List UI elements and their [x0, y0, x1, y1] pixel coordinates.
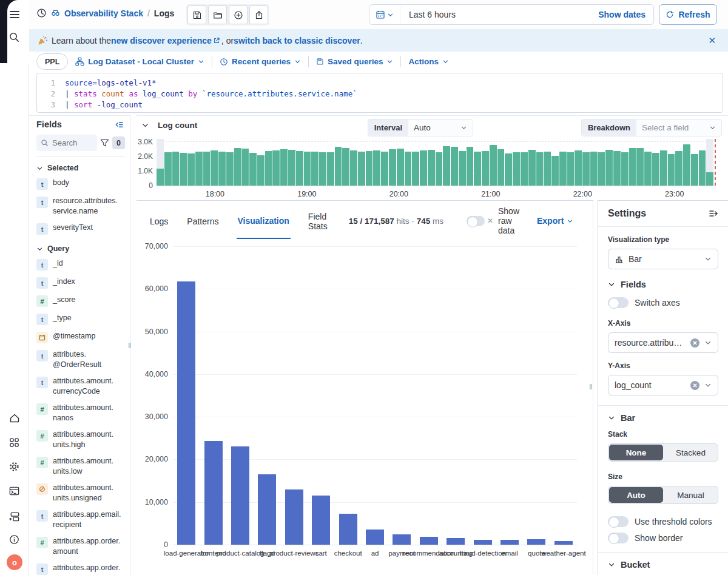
histogram-bucket: [335, 139, 342, 186]
tab-patterns[interactable]: Patterns: [186, 203, 220, 238]
dataset-selector[interactable]: Log Dataset - Local Cluster: [75, 57, 204, 66]
time-range-picker[interactable]: Last 6 hours Show dates: [369, 4, 654, 25]
histogram-x-tick: 20:00: [389, 190, 408, 198]
chart-y-tick: 60,000: [145, 284, 168, 293]
query-language-button[interactable]: PPL: [36, 53, 68, 70]
use-threshold-colors-toggle[interactable]: [608, 516, 629, 527]
histogram-chart[interactable]: 01.0K2.0K3.0K18:0019:0020:0021:0022:0023…: [157, 139, 713, 186]
field-name: attributes.amount.units.high: [53, 429, 125, 450]
collapse-histogram-icon[interactable]: [141, 121, 149, 129]
bar-accordion[interactable]: Bar: [608, 413, 718, 423]
visualization-bar-chart[interactable]: 010,00020,00030,00040,00050,00060,00070,…: [136, 241, 593, 575]
export-menu[interactable]: Export: [537, 216, 573, 226]
breakdown-select[interactable]: Select a field: [636, 119, 721, 136]
settings-resize-handle[interactable]: ‖: [589, 382, 592, 391]
interval-select[interactable]: Auto: [408, 119, 473, 136]
meta-separator: ·: [411, 217, 414, 226]
divider: [212, 56, 212, 67]
viz-type-select[interactable]: Bar: [608, 249, 718, 269]
histogram-bar: [226, 152, 234, 186]
menu-icon[interactable]: [8, 8, 21, 21]
info-icon[interactable]: [8, 534, 21, 546]
field-item[interactable]: #_score: [36, 292, 125, 310]
refresh-button[interactable]: Refresh: [659, 4, 717, 25]
open-folder-button[interactable]: [208, 5, 227, 24]
search-nav-icon[interactable]: [8, 32, 21, 44]
histogram-bar: [366, 151, 373, 186]
tab-visualization[interactable]: Visualization: [237, 203, 291, 239]
stack-stacked-option[interactable]: Stacked: [664, 444, 718, 461]
filter-count-badge[interactable]: 0: [112, 136, 125, 149]
hits-word: hits: [397, 217, 410, 226]
field-item[interactable]: #attributes.amount.units.high: [36, 426, 125, 453]
field-item[interactable]: #attributes.amount.nanos: [36, 400, 125, 426]
filter-funnel-icon[interactable]: [100, 138, 109, 147]
show-dates-link[interactable]: Show dates: [598, 10, 653, 19]
clear-y-axis-icon[interactable]: ✕: [690, 381, 699, 390]
party-popper-icon: [38, 35, 48, 45]
field-item[interactable]: tresource.attributes.service.name: [36, 193, 125, 220]
field-item[interactable]: tseverityText: [36, 220, 125, 238]
add-data-icon[interactable]: [8, 511, 21, 523]
field-item[interactable]: tattributes.app.order.id: [36, 560, 125, 575]
home-icon[interactable]: [8, 412, 21, 425]
saved-queries-button[interactable]: Saved queries: [316, 57, 394, 66]
field-section-query[interactable]: Query: [36, 244, 125, 253]
query-bar: PPL Log Dataset - Local Cluster Recent q…: [29, 52, 728, 72]
save-button[interactable]: [187, 5, 206, 24]
field-item[interactable]: t_type: [36, 310, 125, 328]
clear-x-axis-icon[interactable]: ✕: [690, 338, 699, 348]
recent-queries-button[interactable]: Recent queries: [220, 57, 301, 66]
chart-bar: [285, 489, 303, 545]
actions-menu[interactable]: Actions: [408, 57, 449, 66]
dev-console-icon[interactable]: [8, 485, 21, 497]
tab-field-stats[interactable]: Field Stats: [307, 200, 329, 243]
histogram-bar: [172, 152, 180, 186]
show-raw-data-label: Show raw data: [498, 206, 528, 235]
new-plus-button[interactable]: [229, 5, 248, 24]
time-range-value[interactable]: Last 6 hours: [400, 10, 464, 19]
classic-discover-link[interactable]: switch back to classic discover: [234, 36, 360, 45]
x-axis-select[interactable]: resource.attribu… ✕: [608, 332, 718, 353]
histogram-bar: [412, 152, 419, 186]
share-button[interactable]: [249, 5, 268, 24]
field-item[interactable]: #attributes.app.order.amount: [36, 533, 125, 560]
quick-select-menu[interactable]: [369, 5, 400, 24]
fields-accordion[interactable]: Fields: [608, 280, 718, 289]
field-item[interactable]: @timestamp: [36, 328, 125, 346]
sidebar-resize-handle[interactable]: ‖: [128, 341, 131, 350]
field-item[interactable]: #attributes.amount.units.low: [36, 453, 125, 480]
chevron-down-icon: [608, 561, 615, 568]
field-item[interactable]: t_index: [36, 274, 125, 292]
field-item[interactable]: attributes.amount.units.unsigned: [36, 480, 125, 506]
collapse-sidebar-icon[interactable]: [115, 120, 124, 129]
gear-icon[interactable]: [8, 461, 21, 473]
field-name: attributes.app.email.recipient: [53, 509, 125, 530]
ppl-query-editor[interactable]: 1source=logs-otel-v1*2| stats count as l…: [36, 73, 723, 113]
size-label: Size: [608, 472, 718, 481]
y-axis-select[interactable]: log_count ✕: [608, 375, 718, 395]
breadcrumb-app[interactable]: Observability Stack: [64, 8, 143, 18]
field-item[interactable]: t_id: [36, 255, 125, 274]
field-section-selected[interactable]: Selected: [36, 164, 125, 172]
close-icon[interactable]: ✕: [708, 35, 720, 46]
stack-none-option[interactable]: None: [609, 445, 663, 460]
show-border-toggle[interactable]: [608, 533, 629, 543]
user-avatar[interactable]: o: [7, 554, 22, 570]
field-item[interactable]: tattributes.amount.currencyCode: [36, 373, 125, 400]
field-item[interactable]: tattributes.app.email.recipient: [36, 506, 125, 533]
field-item[interactable]: tattributes.@OrderResult: [36, 346, 125, 373]
collapse-settings-icon[interactable]: [709, 209, 718, 218]
bucket-accordion[interactable]: Bucket: [608, 560, 718, 570]
field-item[interactable]: tbody: [36, 175, 125, 193]
use-threshold-colors-label: Use threshold colors: [635, 517, 712, 526]
chart-y-tick: 0: [164, 540, 168, 549]
show-raw-data-toggle[interactable]: [467, 216, 485, 226]
tab-logs[interactable]: Logs: [149, 203, 169, 238]
apps-grid-icon[interactable]: [8, 437, 21, 449]
recent-history-icon[interactable]: [36, 8, 47, 18]
new-discover-link[interactable]: new discover experience: [111, 36, 212, 45]
size-manual-option[interactable]: Manual: [664, 486, 718, 503]
size-auto-option[interactable]: Auto: [609, 487, 663, 503]
switch-axes-toggle[interactable]: [608, 297, 629, 308]
